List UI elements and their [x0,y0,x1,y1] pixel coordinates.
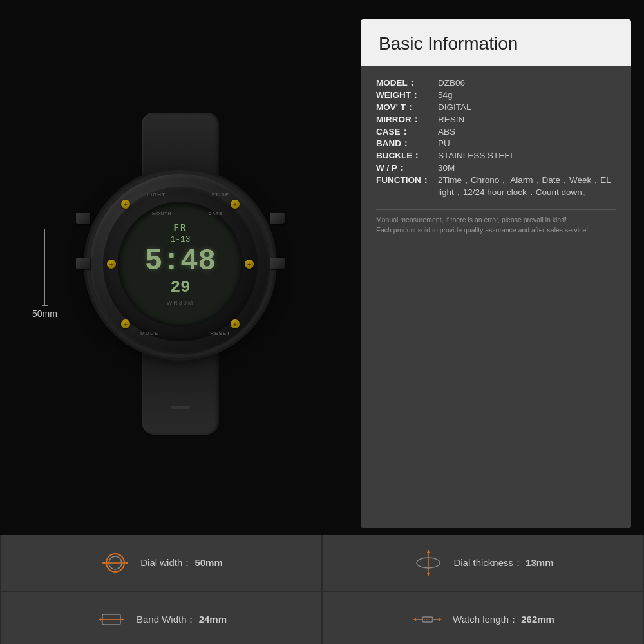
spec-cell-watch-length: Watch length： 262mm [322,591,644,644]
svg-marker-3 [102,562,105,564]
info-field-value-1: 54g [438,90,453,102]
info-row: WEIGHT：54g [376,90,616,102]
stsp-label: ST/SP [211,192,229,198]
info-row: MIRROR：RESIN [376,114,616,126]
spec-text-watch-length: Watch length： 262mm [453,614,554,626]
watch-face: FR 1-13 5:48 29 WR30M [119,203,242,325]
spec-cell-dial-thickness: Dial thickness： 13mm [322,535,644,591]
svg-marker-17 [413,618,416,621]
display-seconds: 29 [170,278,190,297]
strap-bottom [142,345,219,435]
bottom-bar: Dial width： 50mm Dial thickness： 13mm [0,535,644,644]
watch-wrapper: LIGHT ST/SP MODE RESET MONTH DATE FR 1-1… [71,93,290,454]
spec-label-dial-thickness: Dial thickness： [453,557,523,568]
screw-bottom-left [121,319,130,328]
info-row: MODEL：DZB06 [376,77,616,90]
info-row: W / P：30M [376,162,616,175]
screw-top-right [231,200,240,209]
info-field-value-8: 2Time，Chrono， Alarm，Date，Week，EL light，1… [438,175,616,199]
svg-marker-18 [439,618,442,621]
spec-value-dial-thickness: 13mm [526,557,553,568]
info-field-label-0: MODEL： [376,77,434,90]
date-label: DATE [208,211,223,216]
info-panel: Basic Information MODEL：DZB06WEIGHT：54gM… [361,19,631,528]
strap-top [142,113,219,184]
info-row: FUNCTION：2Time，Chrono， Alarm，Date，Week，E… [376,175,616,199]
svg-marker-4 [126,562,128,564]
reset-label: RESET [210,330,231,336]
info-field-label-5: BAND： [376,138,434,150]
info-row: BAND：PU [376,138,616,150]
spec-cell-band-width: Band Width： 24mm [0,591,322,644]
svg-marker-12 [122,618,124,621]
main-container: 50mm [0,0,644,644]
crown-left-mid [76,258,90,269]
info-field-value-3: RESIN [438,114,464,126]
wr-label: WR30M [167,299,194,306]
svg-marker-11 [99,618,101,621]
info-row: MOV' T：DIGITAL [376,102,616,114]
top-section: 50mm [0,0,644,535]
dimension-label: 50mm [32,229,57,319]
watch-length-icon [412,603,444,636]
dimension-line [44,229,45,306]
spec-text-dial-width: Dial width： 50mm [140,557,223,569]
month-label: MONTH [152,211,172,216]
screw-top-left [121,200,130,209]
dial-thickness-icon [412,547,444,579]
info-note: Manual measurement, if there is an error… [376,209,616,236]
spec-label-watch-length: Watch length： [453,614,518,625]
info-field-label-2: MOV' T： [376,102,434,114]
info-note-2: Each product sold to provide quality ass… [376,225,616,236]
info-header: Basic Information [361,19,631,66]
screw-bottom-right [231,319,240,328]
display-time: 5:48 [145,247,216,276]
info-field-label-4: CASE： [376,126,434,138]
svg-marker-7 [427,550,430,553]
info-field-value-6: STAINLESS STEEL [438,150,515,162]
screw-mid-right [245,260,254,269]
spec-value-watch-length: 262mm [521,614,554,625]
mode-label: MODE [140,330,158,336]
band-width-icon [95,603,128,636]
spec-cell-dial-width: Dial width： 50mm [0,535,322,591]
svg-marker-8 [427,573,430,576]
crown-left-top [76,213,90,224]
spec-label-band-width: Band Width： [137,614,196,625]
watch-side: 50mm [13,19,348,528]
info-note-1: Manual measurement, if there is an error… [376,215,616,225]
display-day: FR [174,223,187,233]
info-fields: MODEL：DZB06WEIGHT：54gMOV' T：DIGITALMIRRO… [376,77,616,199]
info-field-value-4: ABS [438,126,455,138]
info-field-label-1: WEIGHT： [376,90,434,102]
info-field-value-5: PU [438,138,450,150]
info-row: BUCKLE：STAINLESS STEEL [376,150,616,162]
watch-bezel: LIGHT ST/SP MODE RESET MONTH DATE FR 1-1… [103,187,258,341]
info-field-value-2: DIGITAL [438,102,471,114]
light-label: LIGHT [147,192,166,198]
info-field-label-3: MIRROR： [376,114,434,126]
info-field-label-6: BUCKLE： [376,150,434,162]
info-field-value-7: 30M [438,162,455,175]
info-field-label-8: FUNCTION： [376,175,434,187]
crown-right-top [270,213,285,224]
info-title: Basic Information [379,33,613,54]
info-field-label-7: W / P： [376,162,434,175]
spec-value-dial-width: 50mm [194,557,222,568]
watch-case: LIGHT ST/SP MODE RESET MONTH DATE FR 1-1… [90,174,270,354]
spec-label-dial-width: Dial width： [140,557,192,568]
info-body: MODEL：DZB06WEIGHT：54gMOV' T：DIGITALMIRRO… [361,66,631,528]
dimension-text: 50mm [32,308,57,319]
info-field-value-0: DZB06 [438,77,465,90]
spec-value-band-width: 24mm [199,614,227,625]
display-date: 1-13 [170,234,190,244]
spec-text-band-width: Band Width： 24mm [137,614,227,626]
crown-right-mid [270,258,285,269]
info-row: CASE：ABS [376,126,616,138]
screw-mid-left [107,260,116,269]
spec-text-dial-thickness: Dial thickness： 13mm [453,557,553,569]
dial-width-icon [99,547,131,579]
